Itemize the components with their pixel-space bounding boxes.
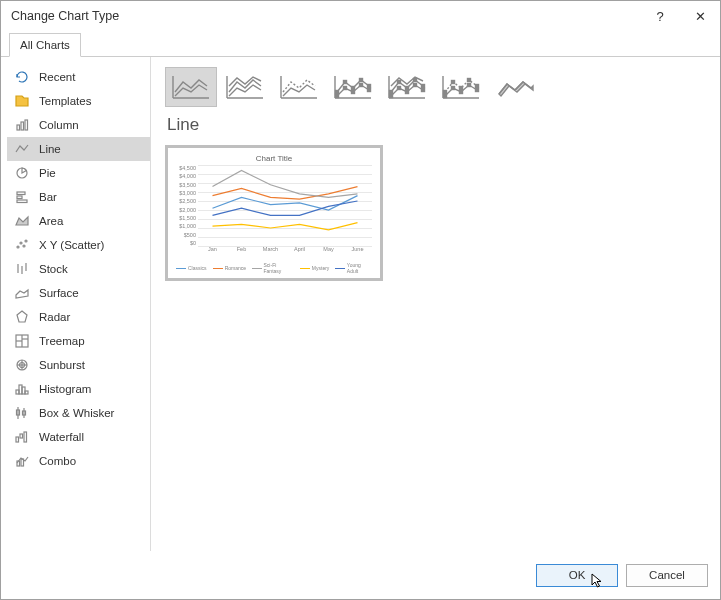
category-surface[interactable]: Surface [7, 281, 150, 305]
category-radar[interactable]: Radar [7, 305, 150, 329]
legend-item: Classics [176, 262, 207, 274]
legend-item: Romance [213, 262, 246, 274]
svg-marker-14 [17, 311, 27, 322]
category-column[interactable]: Column [7, 113, 150, 137]
line-subtype-1[interactable] [219, 67, 271, 107]
category-treemap[interactable]: Treemap [7, 329, 150, 353]
svg-rect-6 [17, 200, 27, 203]
boxwhisker-icon [13, 404, 31, 422]
combo-icon [13, 452, 31, 470]
svg-rect-77 [476, 89, 479, 92]
legend: ClassicsRomanceSci-Fi FantasyMysteryYoun… [176, 262, 372, 274]
svg-point-7 [17, 246, 19, 248]
svg-rect-4 [17, 192, 25, 195]
column-icon [13, 116, 31, 134]
category-templates[interactable]: Templates [7, 89, 150, 113]
line-subtype-3[interactable] [327, 67, 379, 107]
x-tick: Jan [198, 246, 227, 260]
category-label: Stock [39, 263, 68, 275]
svg-point-9 [23, 245, 25, 247]
series-romance [213, 187, 358, 200]
svg-rect-32 [20, 434, 23, 438]
chart-area: $4,500$4,000$3,500$3,000$2,500$2,000$1,5… [176, 165, 372, 260]
waterfall-icon [13, 428, 31, 446]
category-recent[interactable]: Recent [7, 65, 150, 89]
category-sunburst[interactable]: Sunburst [7, 353, 150, 377]
bar-icon [13, 188, 31, 206]
svg-rect-47 [360, 79, 363, 82]
sunburst-icon [13, 356, 31, 374]
x-tick: Feb [227, 246, 256, 260]
category-label: Column [39, 119, 79, 131]
svg-rect-5 [17, 196, 22, 199]
category-waterfall[interactable]: Waterfall [7, 425, 150, 449]
histogram-icon [13, 380, 31, 398]
svg-rect-2 [25, 120, 28, 130]
category-label: Surface [39, 287, 79, 299]
svg-rect-49 [336, 95, 339, 98]
line-subtype-4[interactable] [381, 67, 433, 107]
category-x-y-scatter-[interactable]: X Y (Scatter) [7, 233, 150, 257]
x-tick: April [285, 246, 314, 260]
ok-button[interactable]: OK [536, 564, 618, 587]
x-tick: March [256, 246, 285, 260]
x-tick: June [343, 246, 372, 260]
category-label: Radar [39, 311, 70, 323]
surface-icon [13, 284, 31, 302]
svg-rect-50 [344, 87, 347, 90]
close-icon: ✕ [695, 9, 706, 24]
pie-icon [13, 164, 31, 182]
help-icon: ? [656, 9, 663, 24]
y-tick: $500 [176, 232, 198, 238]
svg-rect-58 [406, 87, 409, 90]
category-label: Combo [39, 455, 76, 467]
svg-rect-59 [414, 79, 417, 82]
svg-rect-68 [444, 91, 447, 94]
chart-preview[interactable]: Chart Title $4,500$4,000$3,500$3,000$2,5… [165, 145, 383, 281]
category-label: Pie [39, 167, 56, 179]
tab-all-charts[interactable]: All Charts [9, 33, 81, 57]
category-bar[interactable]: Bar [7, 185, 150, 209]
category-pie[interactable]: Pie [7, 161, 150, 185]
help-button[interactable]: ? [640, 1, 680, 31]
category-line[interactable]: Line [7, 137, 150, 161]
svg-rect-26 [25, 391, 28, 394]
category-stock[interactable]: Stock [7, 257, 150, 281]
scatter-icon [13, 236, 31, 254]
svg-rect-46 [352, 87, 355, 90]
area-icon [13, 212, 31, 230]
svg-rect-52 [360, 84, 363, 87]
svg-rect-72 [476, 85, 479, 88]
svg-point-10 [25, 240, 27, 242]
svg-rect-1 [21, 122, 24, 130]
line-subtype-5[interactable] [435, 67, 487, 107]
svg-rect-76 [468, 84, 471, 87]
y-tick: $4,500 [176, 165, 198, 171]
svg-rect-65 [422, 89, 425, 92]
cancel-button[interactable]: Cancel [626, 564, 708, 587]
y-tick: $3,500 [176, 182, 198, 188]
line-icon [13, 140, 31, 158]
category-label: Box & Whisker [39, 407, 114, 419]
line-subtype-0[interactable] [165, 67, 217, 107]
svg-rect-53 [368, 89, 371, 92]
category-label: Bar [39, 191, 57, 203]
close-button[interactable]: ✕ [680, 1, 720, 31]
svg-rect-33 [24, 432, 27, 442]
svg-point-8 [20, 242, 22, 244]
category-box-whisker[interactable]: Box & Whisker [7, 401, 150, 425]
svg-rect-51 [352, 91, 355, 94]
category-histogram[interactable]: Histogram [7, 377, 150, 401]
series-sci-fi-fantasy [213, 170, 358, 197]
svg-rect-45 [344, 81, 347, 84]
radar-icon [13, 308, 31, 326]
svg-rect-0 [17, 125, 20, 130]
x-tick: May [314, 246, 343, 260]
category-combo[interactable]: Combo [7, 449, 150, 473]
y-axis: $4,500$4,000$3,500$3,000$2,500$2,000$1,5… [176, 165, 198, 246]
category-area[interactable]: Area [7, 209, 150, 233]
line-subtype-2[interactable] [273, 67, 325, 107]
y-tick: $2,000 [176, 207, 198, 213]
line-subtype-6[interactable] [489, 67, 541, 107]
legend-item: Mystery [300, 262, 330, 274]
